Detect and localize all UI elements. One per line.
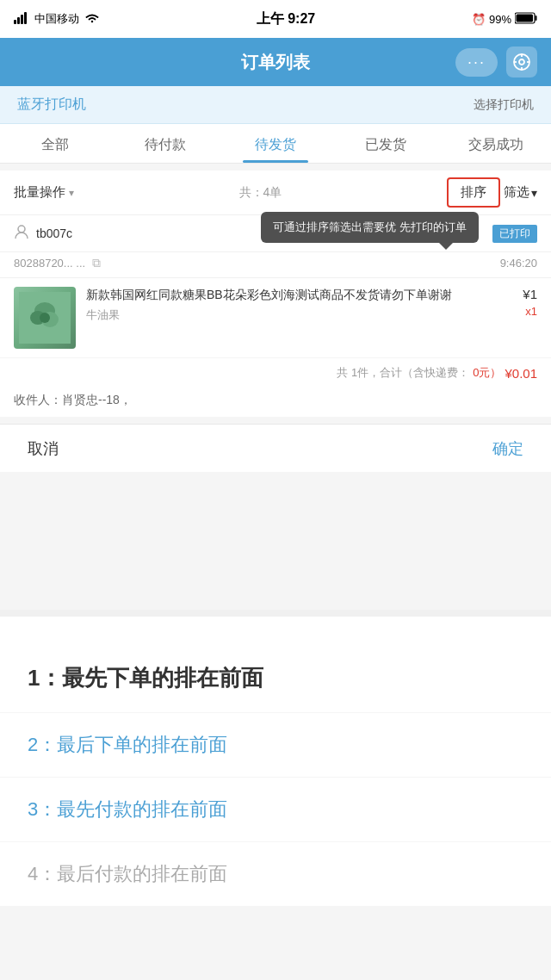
filter-button[interactable]: 筛选 ▾ [504, 184, 537, 201]
item-price: ¥1 [523, 287, 537, 301]
cancel-button[interactable]: 取消 [28, 438, 59, 459]
order-items: 新款韩国网红同款糖果BB花朵彩色刘海测试商品不发货请勿下单谢谢 牛油果 ¥1 x… [0, 278, 551, 357]
sort-button[interactable]: 排序 [447, 177, 500, 208]
scan-button[interactable] [506, 47, 537, 78]
status-time: 上午 9:27 [257, 10, 315, 28]
sort-option-4[interactable]: 4：最后付款的排在前面 [0, 842, 551, 907]
printer-bar: 蓝牙打印机 选择打印机 [0, 86, 551, 124]
svg-point-13 [18, 226, 25, 233]
more-button[interactable]: ··· [455, 48, 498, 77]
order-total-label: 共 1件，合计（含快递费： [337, 365, 469, 381]
status-bar: 中国移动 上午 9:27 ⏰ 99% [0, 0, 551, 38]
item-brand: 牛油果 [86, 307, 492, 323]
sort-option-1[interactable]: 1：最先下单的排在前面 [0, 644, 551, 713]
wifi-icon [84, 12, 100, 27]
filter-icon: ▾ [531, 186, 537, 200]
user-icon [14, 224, 29, 243]
battery-icon [515, 12, 537, 27]
status-left: 中国移动 [14, 11, 100, 27]
tab-pending-ship[interactable]: 待发货 [220, 124, 331, 163]
order-meta: 80288720... ... ⧉ 9:46:20 [0, 252, 551, 278]
svg-rect-6 [517, 14, 534, 22]
svg-rect-0 [14, 20, 16, 24]
tab-pending-pay[interactable]: 待付款 [110, 124, 220, 163]
order-count: 共：4单 [74, 185, 447, 201]
svg-rect-5 [536, 16, 537, 21]
signal-icon [14, 12, 29, 27]
spacer [0, 472, 551, 610]
tab-shipped[interactable]: 已发货 [331, 124, 441, 163]
order-shipping-fee: 0元） [473, 365, 501, 381]
svg-rect-2 [21, 15, 23, 24]
battery-label: 99% [489, 13, 511, 26]
action-bar-wrapper: 批量操作 ▾ 共：4单 排序 筛选 ▾ 可通过排序筛选出需要优 先打印的订单 [0, 171, 551, 215]
order-recipient: 收件人：肖贤忠--18， [0, 388, 551, 417]
sort-panel: 1：最先下单的排在前面 2：最后下单的排在前面 3：最先付款的排在前面 4：最后… [0, 617, 551, 907]
select-printer-button[interactable]: 选择打印机 [474, 97, 534, 113]
order-time: 9:46:20 [500, 257, 537, 270]
bottom-action-bar: 取消 确定 [0, 424, 551, 472]
order-footer: 共 1件，合计（含快递费： 0元） ¥0.01 [0, 357, 551, 388]
sort-option-3[interactable]: 3：最先付款的排在前面 [0, 778, 551, 842]
order-list: tb007c 已打印 80288720... ... ⧉ 9:46:20 [0, 215, 551, 424]
sort-option-2[interactable]: 2：最后下单的排在前面 [0, 713, 551, 778]
printer-name[interactable]: 蓝牙打印机 [17, 96, 86, 114]
tab-all[interactable]: 全部 [0, 124, 110, 163]
svg-point-8 [519, 59, 524, 65]
confirm-button[interactable]: 确定 [492, 438, 523, 459]
item-info: 新款韩国网红同款糖果BB花朵彩色刘海测试商品不发货请勿下单谢谢 牛油果 [86, 287, 492, 323]
sort-tooltip: 可通过排序筛选出需要优 先打印的订单 [261, 212, 479, 243]
tabs-container: 全部 待付款 待发货 已发货 交易成功 [0, 124, 551, 164]
carrier-label: 中国移动 [34, 11, 79, 27]
action-bar: 批量操作 ▾ 共：4单 排序 筛选 ▾ [0, 171, 551, 215]
batch-operation-button[interactable]: 批量操作 ▾ [14, 184, 74, 201]
page-title: 订单列表 [241, 51, 310, 74]
svg-point-18 [40, 313, 50, 323]
table-row: tb007c 已打印 80288720... ... ⧉ 9:46:20 [0, 215, 551, 424]
item-qty: x1 [525, 305, 537, 318]
svg-rect-1 [17, 17, 20, 24]
item-name: 新款韩国网红同款糖果BB花朵彩色刘海测试商品不发货请勿下单谢谢 [86, 287, 492, 304]
order-number: 80288720... ... [14, 257, 85, 270]
copy-icon[interactable]: ⧉ [92, 256, 101, 270]
nav-bar: 订单列表 ··· [0, 38, 551, 86]
order-amount: ¥0.01 [505, 366, 537, 381]
svg-rect-3 [24, 12, 27, 24]
alarm-icon: ⏰ [472, 13, 486, 26]
tab-completed[interactable]: 交易成功 [441, 124, 551, 163]
list-item: 新款韩国网红同款糖果BB花朵彩色刘海测试商品不发货请勿下单谢谢 牛油果 ¥1 x… [14, 287, 537, 349]
item-thumbnail [14, 287, 76, 349]
nav-actions: ··· [455, 47, 537, 78]
sort-panel-divider [0, 610, 551, 617]
status-right: ⏰ 99% [472, 12, 537, 27]
print-status-badge: 已打印 [492, 225, 537, 243]
